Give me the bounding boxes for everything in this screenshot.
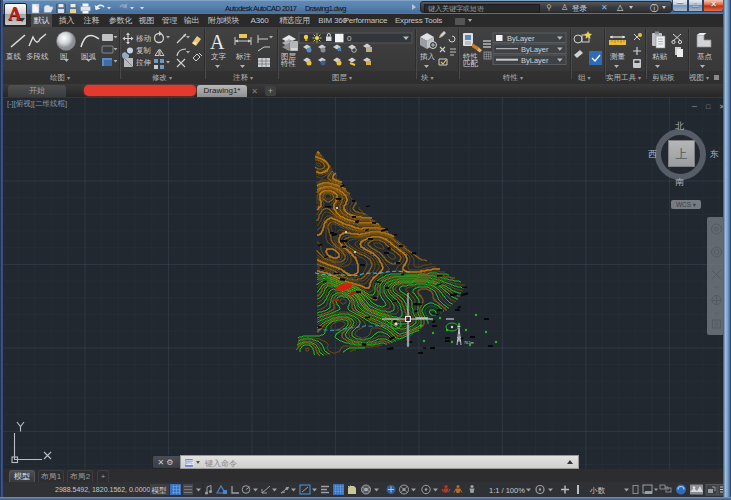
svg-text:模型: 模型: [152, 486, 168, 495]
svg-text:A: A: [210, 31, 225, 53]
svg-text:ByLayer: ByLayer: [521, 45, 549, 54]
svg-text:1:1 / 100%: 1:1 / 100%: [489, 486, 525, 495]
svg-text:ByLayer: ByLayer: [521, 56, 549, 65]
svg-text:76.5m: 76.5m: [464, 341, 474, 345]
svg-text:小数: 小数: [589, 486, 606, 495]
svg-text:0: 0: [347, 34, 352, 43]
svg-text:ByLayer: ByLayer: [507, 34, 535, 43]
